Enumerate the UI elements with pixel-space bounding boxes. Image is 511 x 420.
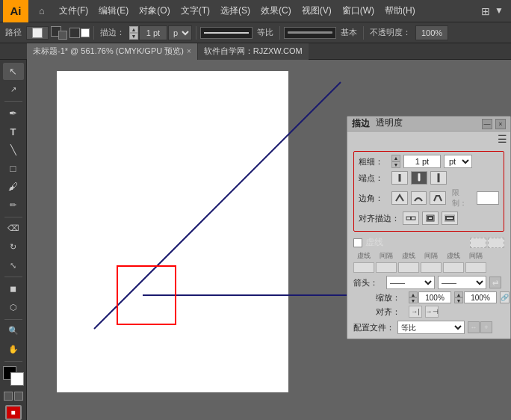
- cap-row: 端点：: [359, 171, 499, 185]
- rotate-tool[interactable]: ↻: [3, 238, 24, 256]
- tab-label: 未标题-1* @ 561.76% (CMYK/GPU 预览): [33, 46, 184, 57]
- dash-box-6[interactable]: [465, 262, 486, 273]
- tab-close-icon[interactable]: ×: [187, 47, 191, 55]
- corner-miter-btn[interactable]: [391, 191, 408, 205]
- menu-select[interactable]: 选择(S): [215, 3, 256, 19]
- corner-bevel-btn[interactable]: [430, 191, 446, 205]
- stroke-width-spinner[interactable]: ▲ ▼: [129, 26, 138, 40]
- dashed-label: 虚线: [365, 236, 383, 249]
- dash-style-btn1[interactable]: [470, 238, 486, 248]
- panel-stroke-tab[interactable]: 描边: [352, 117, 370, 130]
- type-tool[interactable]: T: [3, 123, 24, 140]
- menu-view[interactable]: 视图(V): [297, 3, 337, 19]
- width-unit-select[interactable]: pt px: [444, 155, 472, 168]
- width-input[interactable]: [403, 155, 441, 168]
- spin-up[interactable]: ▲: [129, 26, 138, 33]
- dash-box-1[interactable]: [353, 262, 374, 273]
- opacity-input[interactable]: [415, 25, 448, 40]
- stroke-width-unit[interactable]: pt: [168, 25, 192, 40]
- fill-box[interactable]: [26, 26, 49, 40]
- align-outside-btn[interactable]: [442, 211, 458, 225]
- arrow-start-select[interactable]: ——: [386, 276, 435, 289]
- scale-tool[interactable]: ⤡: [3, 257, 24, 274]
- panel-opacity-tab[interactable]: 透明度: [376, 117, 403, 131]
- home-icon[interactable]: ⌂: [33, 2, 51, 20]
- dashed-checkbox[interactable]: [353, 238, 362, 247]
- menu-object[interactable]: 对象(O): [134, 3, 175, 19]
- pencil-tool[interactable]: ✏: [3, 197, 24, 214]
- zoom-tool[interactable]: 🔍: [3, 322, 24, 339]
- scale-lock-btn[interactable]: 🔗: [500, 291, 510, 303]
- scale-end-input[interactable]: [464, 291, 497, 303]
- arrow-row: 箭头： —— —— ⇄: [353, 276, 504, 289]
- restrict-input[interactable]: [477, 191, 499, 205]
- profile-add-btn[interactable]: +: [480, 321, 492, 333]
- align-end-btn[interactable]: →⊣: [425, 306, 439, 318]
- draw-mode-icon[interactable]: [14, 392, 23, 401]
- dash-box-2[interactable]: [376, 262, 397, 273]
- line-tool[interactable]: ╲: [3, 141, 24, 158]
- width-spin-up[interactable]: ▲: [391, 155, 400, 161]
- tab-document[interactable]: 未标题-1* @ 561.76% (CMYK/GPU 预览) ×: [27, 43, 198, 60]
- menu-edit[interactable]: 编辑(E): [93, 3, 134, 19]
- scale-end-down[interactable]: ▼: [454, 297, 463, 303]
- profile-row: 配置文件： 等比 ↔ +: [353, 321, 504, 334]
- stroke-toggle[interactable]: [69, 28, 90, 38]
- direct-select-tool[interactable]: ↗: [3, 81, 24, 99]
- scale-start-up[interactable]: ▲: [409, 291, 418, 297]
- hand-tool[interactable]: ✋: [3, 341, 24, 358]
- arrow-section: 箭头： —— —— ⇄ 缩放： ▲: [353, 276, 504, 318]
- background-color[interactable]: [10, 372, 24, 386]
- width-spin-down[interactable]: ▼: [391, 161, 400, 168]
- menu-window[interactable]: 窗口(W): [337, 3, 380, 19]
- canvas-area[interactable]: 描边 透明度 — × ☰ 粗细：: [27, 60, 511, 420]
- align-center-btn[interactable]: [403, 211, 419, 225]
- spin-down[interactable]: ▼: [129, 33, 138, 40]
- menu-bar: Ai ⌂ 文件(F) 编辑(E) 对象(O) 文字(T) 选择(S) 效果(C)…: [0, 0, 511, 22]
- panel-body: 粗细： ▲ ▼ pt px: [347, 146, 510, 339]
- sep3: [279, 26, 280, 40]
- stroke-color-box[interactable]: [51, 26, 67, 40]
- pen-tool[interactable]: ✒: [3, 105, 24, 122]
- arrow-swap-btn[interactable]: ⇄: [489, 277, 501, 288]
- eraser-tool[interactable]: ⌫: [3, 220, 24, 238]
- menu-text[interactable]: 文字(T): [176, 3, 215, 19]
- tab-website[interactable]: 软件自学网：RJZXW.COM: [198, 43, 309, 60]
- scale-start-input[interactable]: [418, 291, 451, 303]
- dash-box-4[interactable]: [421, 262, 442, 273]
- shape-tool[interactable]: □: [3, 160, 24, 177]
- select-tool[interactable]: ↖: [3, 63, 24, 80]
- dash-box-3[interactable]: [398, 262, 419, 273]
- menu-effect[interactable]: 效果(C): [256, 3, 297, 19]
- scale-start-down[interactable]: ▼: [409, 297, 418, 303]
- panel-minimize[interactable]: —: [482, 119, 492, 129]
- menu-help[interactable]: 帮助(H): [380, 3, 421, 19]
- align-row: 对齐描边：: [359, 211, 499, 225]
- toolbar: 路径 描边： ▲ ▼ pt 等比 基本 不透明度：: [0, 22, 511, 43]
- align-inside-btn[interactable]: [422, 211, 439, 225]
- scale-row: 缩放： ▲ ▼ ▲ ▼: [353, 291, 504, 303]
- drawing-mode[interactable]: ■: [5, 405, 22, 420]
- blend-tool[interactable]: ⬡: [3, 299, 24, 316]
- cap-square-btn[interactable]: [430, 171, 447, 185]
- align-tip-btn[interactable]: →|: [409, 306, 422, 318]
- profile-flip-btn[interactable]: ↔: [468, 321, 480, 333]
- brush-tool[interactable]: 🖌: [3, 179, 24, 196]
- panel-close[interactable]: ×: [495, 119, 506, 129]
- gradient-tool[interactable]: ◼: [3, 280, 24, 297]
- dash-style-btn2[interactable]: [488, 238, 504, 248]
- screen-mode-icon[interactable]: [4, 392, 13, 401]
- profile-select[interactable]: 等比: [397, 321, 465, 334]
- scale-end-up[interactable]: ▲: [454, 291, 463, 297]
- cap-butt-btn[interactable]: [391, 171, 408, 185]
- grid-icon: ⊞: [481, 5, 490, 17]
- panel-menu-icon[interactable]: ☰: [498, 133, 507, 145]
- menu-file[interactable]: 文件(F): [54, 3, 93, 19]
- stroke-width-input[interactable]: [139, 25, 167, 40]
- dash-box-5[interactable]: [443, 262, 464, 273]
- width-spinner[interactable]: ▲ ▼: [391, 155, 400, 168]
- cap-round-btn[interactable]: [411, 171, 427, 185]
- corner-round-btn[interactable]: [411, 191, 427, 205]
- left-toolbar: ↖ ↗ ✒ T ╲ □ 🖌 ✏ ⌫ ↻ ⤡ ◼ ⬡ 🔍 ✋ ■: [0, 60, 27, 420]
- arrow-end-select[interactable]: ——: [438, 276, 486, 289]
